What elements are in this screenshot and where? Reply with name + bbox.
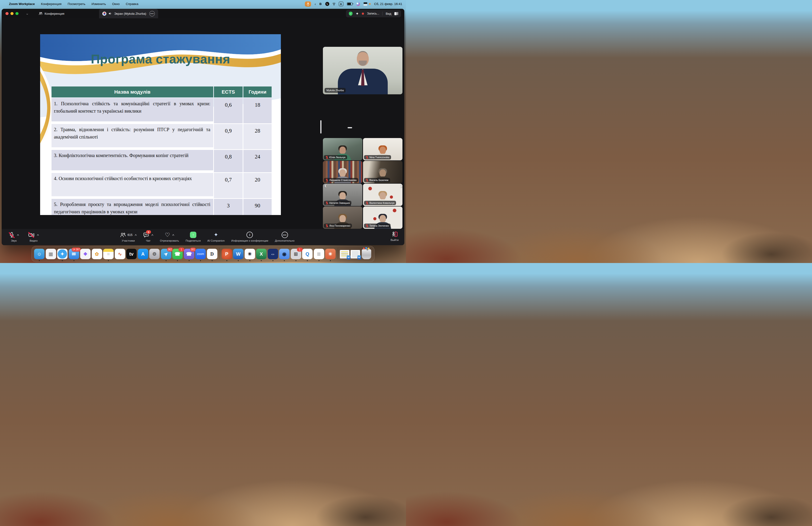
menu-item-view[interactable]: Посмотреть [68, 2, 85, 6]
shared-app-logo-icon [102, 12, 106, 16]
ai-sparkle-icon[interactable]: ✦ [356, 11, 359, 16]
menu-item-window[interactable]: Окно [112, 2, 119, 6]
video-options-chevron[interactable]: ∧ [37, 233, 40, 236]
participant-tile-valentyna-kovalchuk[interactable]: Валентина Ковальчук [363, 184, 403, 206]
participant-tile-yulia-liulchuk[interactable]: Юлія Люльчук [323, 138, 362, 160]
word-badge-icon: W [357, 255, 361, 259]
dock-shortcuts-icon[interactable]: ❖ [80, 249, 91, 259]
ai-companion-button[interactable]: ✦ AI Companion [207, 232, 224, 242]
dock-d-app-icon[interactable]: D [207, 249, 217, 259]
mic-in-use-indicator[interactable] [305, 1, 311, 6]
menu-extras-chevron-icon[interactable]: ‹ [315, 2, 316, 6]
dock-trash-icon[interactable] [362, 249, 371, 259]
dock-starburst-app-icon[interactable]: ✳ [325, 249, 336, 259]
dock-app-store-icon[interactable]: A [138, 249, 148, 259]
dock-camera-app-icon[interactable]: ◉ [279, 249, 290, 259]
audio-options-chevron[interactable]: ∧ [16, 233, 19, 236]
minimized-word-document[interactable]: W [350, 250, 360, 258]
dock-photos-icon[interactable]: ✿ [92, 249, 102, 259]
participant-tile-natalia-zavatska[interactable]: Наталія Завацька [323, 184, 362, 206]
fullscreen-window-button[interactable] [15, 12, 18, 15]
view-layout-icon[interactable] [394, 12, 398, 15]
more-button[interactable]: ••• Дополнительно [275, 232, 295, 242]
recording-label[interactable]: Запись... [367, 12, 379, 15]
participant-tile-mykola-zhurba[interactable]: Mykola Zhurba [323, 47, 403, 94]
participants-label: Участники [122, 239, 135, 242]
dock-launchpad-icon[interactable]: ▦ [46, 249, 56, 259]
dock-telegram-icon[interactable]: ➤ 362 [161, 249, 171, 259]
meeting-info-button[interactable]: i Информация о конференции [231, 232, 268, 242]
participant-tile-liudmyla-stanislavova[interactable]: Людмила Станіславова [323, 161, 362, 183]
react-chevron[interactable]: ∧ [172, 233, 174, 236]
menu-app-name[interactable]: Zoom Workplace [9, 2, 35, 6]
dock-powerpoint-icon[interactable]: P [221, 249, 232, 259]
dock-chatgpt-icon[interactable]: ✳ [245, 249, 255, 259]
dock-microsoft-update-icon[interactable]: ⊞ 1 [291, 249, 301, 259]
menu-item-help[interactable]: Справка [126, 2, 139, 6]
dock-whatsapp-icon[interactable]: ☎ 1 [172, 249, 183, 259]
participant-tile-nina-tverezovska[interactable]: Nina Tverezovska [363, 138, 403, 160]
keyboard-layout-icon[interactable]: A [339, 2, 343, 6]
tab-screen-share[interactable]: Экран (Mykola Zhurba) ••• [99, 9, 158, 18]
close-window-button[interactable] [5, 12, 9, 15]
leave-meeting-button[interactable]: Выйти [391, 231, 398, 241]
share-screen-button[interactable]: ↑ Поделиться [186, 232, 201, 242]
title-bar-right-cluster: ✓ ✦ Запись... Вид [346, 10, 401, 17]
participant-tile-yana-ponomarenko[interactable]: Яна Пономаренко [323, 207, 362, 229]
participants-button[interactable]: 615 ∧ Участники [120, 232, 136, 242]
dock-safari-icon[interactable]: ✦ [57, 249, 68, 259]
battery-icon[interactable] [347, 2, 352, 5]
chat-button[interactable]: 5 ∧ Чат [143, 232, 153, 242]
dock-finder-icon[interactable]: ☺ [34, 249, 45, 259]
participants-chevron[interactable]: ∧ [134, 233, 137, 236]
mic-muted-icon [366, 179, 368, 182]
menu-item-meeting[interactable]: Конференция [41, 2, 62, 6]
cone-status-icon[interactable]: ▽ [333, 2, 335, 6]
dock-freeform-icon[interactable]: ∿ [115, 249, 125, 259]
dock-zoom-icon[interactable]: zoom [195, 249, 206, 259]
panel-resize-handle-vertical[interactable] [320, 120, 321, 133]
view-button-label[interactable]: Вид [386, 12, 391, 15]
dock-word-icon[interactable]: W [233, 249, 244, 259]
menu-item-edit[interactable]: Изменить [91, 2, 106, 6]
dock-textedit-icon[interactable]: ≣ [314, 249, 324, 259]
dock-teamviewer-icon[interactable]: ⇔ [267, 249, 278, 259]
react-button[interactable]: ♡ ∧ Отреагировать [160, 232, 179, 242]
gallery-next-chevron[interactable]: › [400, 181, 403, 190]
gallery-resize-handle[interactable] [348, 127, 352, 128]
dock-excel-icon[interactable]: X [256, 249, 267, 259]
tab-more-options-icon[interactable]: ••• [149, 11, 155, 16]
video-button[interactable]: ∧ Видео [28, 232, 39, 242]
participant-tile-tetiana-zenchenko[interactable]: Тетяна Зенченко [363, 207, 403, 229]
viber-unread-badge: 301 [190, 247, 196, 252]
telegram-unread-badge: 362 [167, 247, 173, 252]
dock-system-settings-icon[interactable]: ⚙ [149, 249, 160, 259]
audio-button[interactable]: ∧ Звук [9, 232, 19, 242]
leave-label: Выйти [391, 239, 398, 241]
module-name: 1. Психологічна стійкість та комунікацій… [52, 98, 213, 122]
menu-clock[interactable]: Сб, 21 февр. 16:41 [374, 2, 402, 6]
participant-tile-vasyl-bazeliuk[interactable]: Василь Базелюк [363, 161, 403, 183]
people-icon [39, 12, 43, 15]
minimize-window-button[interactable] [11, 12, 14, 15]
security-shield-icon[interactable]: ✓ [349, 12, 352, 16]
participant-name-label: Василь Базелюк [364, 178, 390, 182]
lightning-status-icon[interactable]: ϟ [325, 2, 329, 6]
module-ects: 3 [214, 199, 243, 215]
dock-apple-tv-icon[interactable]: tv [126, 249, 137, 259]
gallery-prev-chevron[interactable]: ‹ [324, 181, 327, 190]
tab-meeting[interactable]: Конференция [35, 9, 68, 18]
participants-icon [120, 232, 126, 238]
table-row: 5. Розроблення проєкту та впровадження м… [52, 199, 270, 215]
dock-notes-icon[interactable]: ≡ [103, 249, 114, 259]
dock-quicktime-icon[interactable]: Q [302, 249, 313, 259]
minimized-word-document[interactable]: W [340, 250, 349, 258]
control-center-icon[interactable] [363, 2, 367, 6]
siri-icon[interactable] [356, 2, 360, 6]
chat-chevron[interactable]: ∧ [151, 233, 154, 236]
module-hours: 18 [243, 98, 272, 123]
boom-app-icon[interactable]: B [319, 2, 321, 6]
dock-viber-icon[interactable]: ☎ 301 [184, 249, 194, 259]
tabs-collapse-chevron-icon[interactable]: ⌄ [25, 12, 29, 15]
dock-mail-icon[interactable]: ✉ 14 287 [69, 249, 79, 259]
